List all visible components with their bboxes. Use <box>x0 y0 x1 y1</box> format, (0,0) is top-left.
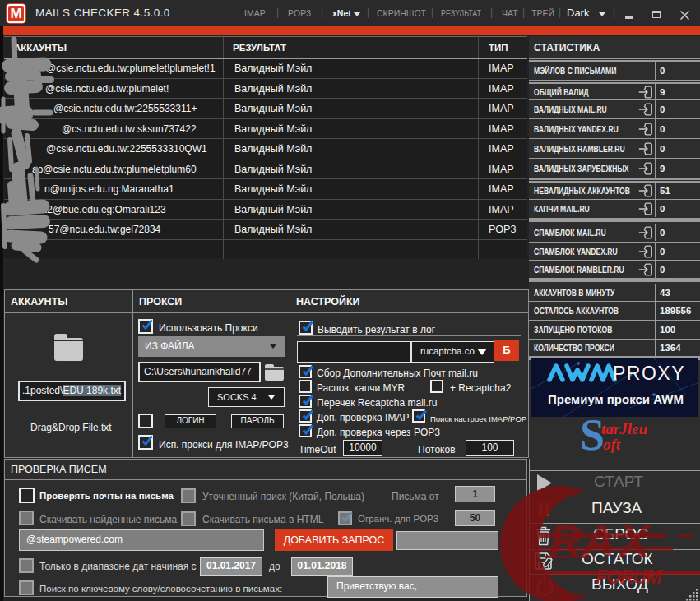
svg-text:PROXY: PROXY <box>613 363 685 384</box>
svg-text:Премиум прокси AWM: Премиум прокси AWM <box>548 392 684 406</box>
